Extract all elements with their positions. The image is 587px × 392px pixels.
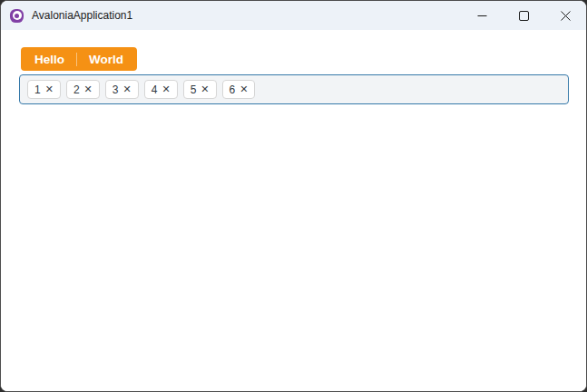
- chip-remove-button[interactable]: ✕: [240, 84, 248, 94]
- hello-button[interactable]: Hello: [21, 47, 76, 71]
- chip: 3 ✕: [105, 80, 139, 99]
- close-icon: [561, 11, 571, 21]
- chip-label: 1: [34, 84, 41, 95]
- chip: 2 ✕: [66, 80, 100, 99]
- chip-label: 5: [191, 84, 197, 95]
- chip: 6 ✕: [222, 80, 256, 99]
- chip-label: 2: [73, 84, 80, 95]
- chip-remove-button[interactable]: ✕: [84, 84, 93, 94]
- main-content: Hello World 1 ✕ 2 ✕ 3 ✕ 4 ✕: [1, 30, 586, 391]
- window-title: AvaloniaApplication1: [32, 9, 132, 22]
- world-button[interactable]: World: [77, 47, 137, 71]
- hello-world-split-button: Hello World: [21, 47, 137, 71]
- minimize-button[interactable]: [461, 1, 503, 30]
- chip: 4 ✕: [144, 80, 178, 99]
- chip: 1 ✕: [27, 80, 61, 99]
- maximize-icon: [519, 11, 529, 21]
- chips-input[interactable]: 1 ✕ 2 ✕ 3 ✕ 4 ✕ 5 ✕ 6: [19, 74, 569, 104]
- chip-label: 4: [152, 84, 158, 95]
- caption-buttons: [461, 1, 586, 30]
- chip-remove-button[interactable]: ✕: [45, 84, 54, 94]
- app-window: AvaloniaApplication1 Hello Wo: [0, 0, 587, 392]
- minimize-icon: [477, 11, 487, 21]
- chip-remove-button[interactable]: ✕: [161, 84, 170, 94]
- chip-remove-button[interactable]: ✕: [123, 84, 132, 94]
- chip: 5 ✕: [183, 80, 217, 99]
- chip-label: 6: [230, 84, 236, 95]
- chip-label: 3: [113, 84, 119, 95]
- avalonia-logo-icon[interactable]: [10, 9, 24, 23]
- close-button[interactable]: [544, 1, 586, 30]
- maximize-button[interactable]: [503, 1, 544, 30]
- chip-remove-button[interactable]: ✕: [201, 84, 209, 94]
- title-bar[interactable]: AvaloniaApplication1: [1, 1, 586, 30]
